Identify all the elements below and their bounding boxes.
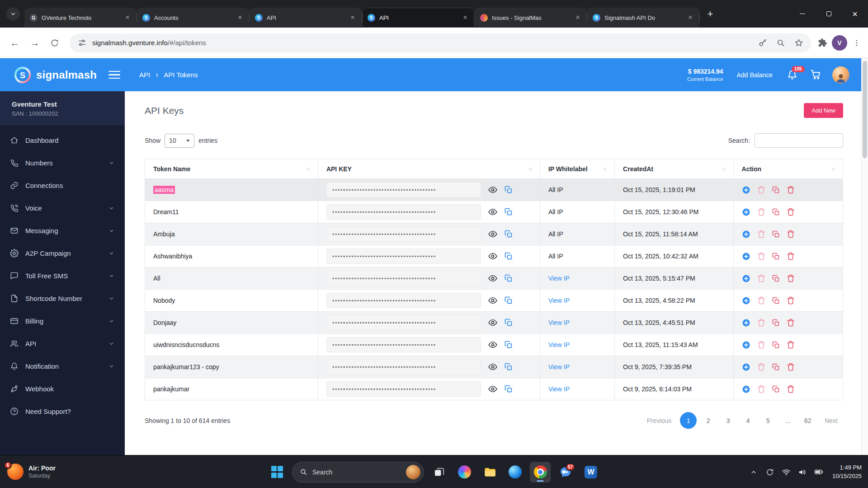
window-maximize-button[interactable] [816, 0, 842, 28]
tab-search-button[interactable] [6, 7, 20, 21]
delete-muted-trash-icon[interactable] [757, 208, 765, 216]
cart-button[interactable] [810, 69, 821, 81]
add-ip-plus-icon[interactable] [742, 274, 750, 283]
delete-token-trash-icon[interactable] [787, 363, 795, 371]
brand[interactable]: S signalmash [0, 66, 108, 84]
bing-daily-icon[interactable] [406, 465, 420, 479]
weather-widget[interactable]: 6 Air: Poor Saturday [0, 464, 56, 480]
update-sync-button[interactable] [765, 467, 775, 477]
view-ip-link[interactable]: View IP [548, 363, 570, 371]
volume-button[interactable] [798, 467, 807, 477]
sort-icon[interactable]: ↑↓ [722, 166, 725, 172]
page-button-previous[interactable]: Previous [642, 412, 677, 429]
scrollbar-thumb[interactable] [863, 61, 867, 158]
edge-button[interactable] [505, 462, 525, 483]
notifications-button[interactable]: 105 [786, 69, 798, 81]
reveal-key-eye-icon[interactable] [488, 230, 497, 239]
duplicate-token-copy-icon[interactable] [772, 297, 780, 305]
taskbar-search[interactable]: Search [292, 462, 424, 483]
chat-button[interactable]: 57 [555, 462, 576, 483]
tab-close-icon[interactable]: × [461, 13, 470, 22]
page-button-4[interactable]: 4 [740, 412, 756, 429]
omnibox[interactable]: signalmash.gventure.info/#/api/tokens [70, 33, 811, 52]
forward-button[interactable]: → [26, 34, 43, 52]
battery-button[interactable] [814, 467, 824, 477]
sidebar-toggle-hamburger-icon[interactable] [108, 71, 120, 79]
browser-tab[interactable]: S API × [250, 8, 362, 28]
browser-tab[interactable]: Issues - SignalMas × [475, 8, 587, 28]
bookmark-star-icon[interactable] [794, 38, 804, 48]
delete-token-trash-icon[interactable] [787, 274, 795, 282]
add-ip-plus-icon[interactable] [742, 186, 750, 194]
sort-icon[interactable]: ↑↓ [306, 166, 310, 172]
sidebar-item-api[interactable]: API [0, 332, 125, 355]
hidden-icons-button[interactable] [749, 467, 759, 477]
column-header-createdat[interactable]: CreatedAt↑↓ [615, 159, 733, 179]
user-avatar[interactable] [832, 66, 849, 84]
copy-key-icon[interactable] [505, 252, 513, 260]
sidebar-item-connections[interactable]: Connections [0, 174, 125, 197]
tab-close-icon[interactable]: × [686, 13, 695, 22]
back-button[interactable]: ← [6, 34, 24, 52]
sidebar-item-shortcode-number[interactable]: Shortcode Number [0, 287, 125, 310]
duplicate-token-copy-icon[interactable] [772, 363, 780, 371]
sidebar-item-billing[interactable]: Billing [0, 310, 125, 332]
delete-muted-trash-icon[interactable] [757, 252, 765, 260]
copy-key-icon[interactable] [505, 208, 513, 216]
word-button[interactable]: W [580, 462, 601, 483]
view-ip-link[interactable]: View IP [548, 341, 570, 348]
page-scrollbar[interactable] [861, 58, 868, 455]
sidebar-item-messaging[interactable]: Messaging [0, 219, 125, 242]
add-ip-plus-icon[interactable] [742, 230, 750, 239]
sort-icon[interactable]: ↑↓ [603, 166, 606, 172]
sidebar-item-need-support[interactable]: Need Support? [0, 400, 125, 422]
reveal-key-eye-icon[interactable] [488, 274, 497, 283]
reveal-key-eye-icon[interactable] [488, 252, 497, 261]
add-ip-plus-icon[interactable] [742, 208, 750, 216]
view-ip-link[interactable]: View IP [548, 297, 570, 304]
browser-tab[interactable]: S Signalmash API Do × [587, 8, 699, 28]
tab-close-icon[interactable]: × [236, 13, 245, 22]
site-info-icon[interactable] [77, 38, 87, 48]
delete-token-trash-icon[interactable] [787, 186, 795, 194]
duplicate-token-copy-icon[interactable] [772, 186, 780, 194]
browser-tab[interactable]: S Accounts × [137, 8, 249, 28]
copilot-button[interactable] [454, 462, 475, 483]
add-ip-plus-icon[interactable] [742, 252, 750, 261]
duplicate-token-copy-icon[interactable] [772, 230, 780, 238]
reveal-key-eye-icon[interactable] [488, 318, 497, 327]
duplicate-token-copy-icon[interactable] [772, 208, 780, 216]
copy-key-icon[interactable] [505, 363, 513, 371]
add-balance-link[interactable]: Add Balance [737, 71, 773, 79]
reveal-key-eye-icon[interactable] [488, 185, 497, 194]
chrome-button[interactable] [530, 462, 551, 483]
window-minimize-button[interactable] [789, 0, 816, 28]
new-tab-button[interactable]: + [703, 6, 718, 22]
delete-token-trash-icon[interactable] [787, 296, 795, 305]
start-button[interactable] [267, 462, 288, 483]
reveal-key-eye-icon[interactable] [488, 296, 497, 305]
duplicate-token-copy-icon[interactable] [772, 341, 780, 349]
breadcrumb-api[interactable]: API [139, 71, 150, 79]
add-ip-plus-icon[interactable] [742, 296, 750, 305]
delete-token-trash-icon[interactable] [787, 341, 795, 349]
reload-button[interactable] [46, 34, 63, 52]
sidebar-item-toll-free-sms[interactable]: Toll Free SMS [0, 264, 125, 287]
view-ip-link[interactable]: View IP [548, 319, 570, 326]
column-header-token-name[interactable]: Token Name↑↓ [145, 159, 318, 179]
delete-token-trash-icon[interactable] [787, 230, 795, 238]
page-button-5[interactable]: 5 [760, 412, 776, 429]
add-ip-plus-icon[interactable] [742, 319, 750, 327]
column-header-ip-whitelabel[interactable]: IP Whitelabel↑↓ [540, 159, 614, 179]
sidebar-item-notification[interactable]: Notification [0, 355, 125, 377]
browser-profile-avatar[interactable]: V [832, 35, 847, 51]
delete-token-trash-icon[interactable] [787, 385, 795, 393]
delete-token-trash-icon[interactable] [787, 252, 795, 260]
zoom-icon[interactable] [776, 38, 786, 48]
copy-key-icon[interactable] [505, 341, 513, 349]
sidebar-item-webhook[interactable]: Webhook [0, 377, 125, 400]
column-header-api-key[interactable]: API KEY↑↓ [318, 159, 540, 179]
copy-key-icon[interactable] [505, 230, 513, 238]
add-ip-plus-icon[interactable] [742, 341, 750, 349]
reveal-key-eye-icon[interactable] [488, 207, 497, 216]
